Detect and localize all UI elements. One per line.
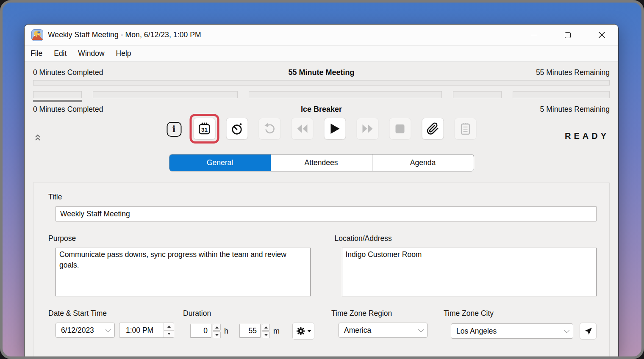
locate-timezone-button[interactable] [580, 323, 597, 340]
time-spinner[interactable]: 1:00 PM [119, 323, 174, 338]
hours-down-button[interactable] [213, 331, 221, 338]
title-input[interactable] [56, 206, 597, 221]
collapse-chevrons-icon[interactable] [35, 134, 41, 141]
minimize-button[interactable] [530, 31, 538, 39]
hours-unit-label: h [224, 327, 228, 336]
maximize-icon [565, 32, 571, 38]
down-arrow-icon [167, 333, 171, 335]
minimize-icon [531, 35, 537, 36]
reset-button[interactable] [258, 118, 280, 140]
close-button[interactable] [598, 31, 605, 39]
calendar-highlight-annotation: 31 [189, 114, 219, 144]
desktop-background: Weekly Staff Meeting - Mon, 6/12/23, 1:0… [0, 0, 644, 359]
down-arrow-icon [264, 334, 268, 336]
segment-progress-labels: 0 Minutes Completed Ice Breaker 5 Minute… [33, 105, 610, 114]
notes-button[interactable] [454, 118, 476, 140]
meeting-progress-labels: 0 Minutes Completed 55 Minute Meeting 55… [33, 68, 610, 77]
chevron-down-icon [105, 327, 111, 332]
duration-hours-input[interactable]: 0 [190, 324, 211, 338]
time-value: 1:00 PM [119, 323, 164, 337]
title-label: Title [48, 193, 597, 202]
date-start-time-label: Date & Start Time [48, 309, 174, 318]
stop-icon [396, 124, 405, 133]
stop-button[interactable] [389, 118, 411, 140]
menu-help[interactable]: Help [116, 49, 131, 58]
tab-bar: General Attendees Agenda [169, 154, 474, 171]
progress-segment [249, 91, 441, 102]
date-value: 6/12/2023 [61, 326, 106, 335]
rewind-button[interactable] [291, 118, 313, 140]
purpose-label: Purpose [48, 234, 311, 243]
stopwatch-icon [230, 122, 244, 135]
svg-text:31: 31 [201, 127, 208, 133]
menu-window[interactable]: Window [78, 49, 104, 58]
location-label: Location/Address [335, 234, 597, 243]
progress-segment [33, 91, 82, 102]
hours-up-button[interactable] [213, 324, 221, 331]
up-arrow-icon [167, 326, 171, 328]
tz-city-label: Time Zone City [444, 309, 597, 318]
progress-segment [93, 91, 238, 102]
fast-forward-button[interactable] [356, 118, 378, 140]
minutes-down-button[interactable] [262, 331, 270, 338]
duration-minutes-input[interactable]: 55 [239, 324, 261, 338]
tz-region-value: America [344, 326, 419, 335]
notes-icon [459, 122, 472, 135]
duration-settings-button[interactable] [292, 323, 314, 340]
reset-icon [263, 122, 276, 135]
status-badge: READY [565, 131, 609, 141]
tab-agenda[interactable]: Agenda [372, 155, 474, 171]
attachment-button[interactable] [422, 118, 444, 140]
toolbar: i 31 [33, 118, 610, 146]
maximize-button[interactable] [564, 31, 572, 39]
info-button[interactable]: i [167, 122, 181, 137]
play-button[interactable] [324, 118, 346, 140]
meeting-title-label: 55 Minute Meeting [203, 68, 440, 77]
navigation-arrow-icon [583, 326, 593, 336]
info-icon: i [167, 122, 181, 137]
segment-remaining-label: 5 Minutes Remaining [440, 105, 610, 114]
tab-attendees[interactable]: Attendees [271, 155, 372, 171]
chevron-down-icon [564, 328, 569, 333]
time-down-button[interactable] [164, 331, 174, 338]
minutes-unit-label: m [273, 327, 280, 336]
close-icon [598, 31, 605, 39]
tab-general[interactable]: General [169, 155, 271, 171]
up-arrow-icon [264, 326, 268, 329]
tz-region-label: Time Zone Region [331, 309, 427, 318]
down-arrow-icon [215, 334, 219, 336]
gear-icon [296, 326, 306, 336]
progress-segment [453, 91, 502, 102]
app-icon [31, 29, 43, 41]
chevron-down-icon [418, 327, 424, 332]
progress-segment [513, 91, 610, 102]
up-arrow-icon [215, 326, 219, 329]
segment-completed-label: 0 Minutes Completed [33, 105, 203, 114]
minutes-up-button[interactable] [262, 324, 270, 331]
dropdown-arrow-icon [307, 330, 311, 332]
app-window: Weekly Staff Meeting - Mon, 6/12/23, 1:0… [24, 24, 619, 356]
duration-label: Duration [183, 309, 314, 318]
general-form-panel: Title Purpose Communicate pass downs, sy… [33, 182, 610, 356]
play-icon [329, 123, 340, 135]
window-title: Weekly Staff Meeting - Mon, 6/12/23, 1:0… [48, 30, 201, 39]
menu-file[interactable]: File [31, 49, 42, 58]
tz-city-group: Time Zone City Los Angeles [443, 309, 597, 340]
time-up-button[interactable] [164, 323, 174, 331]
menu-edit[interactable]: Edit [54, 49, 67, 58]
tz-region-group: Time Zone Region America [331, 309, 427, 338]
location-textarea[interactable]: Indigo Customer Room [342, 248, 597, 296]
date-combobox[interactable]: 6/12/2023 [56, 323, 115, 338]
purpose-textarea[interactable]: Communicate pass downs, sync progress wi… [56, 248, 311, 296]
tz-city-value: Los Angeles [456, 327, 565, 336]
menu-bar: File Edit Window Help [25, 46, 618, 62]
fast-forward-icon [361, 124, 374, 134]
meeting-remaining-label: 55 Minutes Remaining [440, 68, 610, 77]
tz-region-combobox[interactable]: America [339, 323, 427, 338]
calendar-button[interactable]: 31 [193, 118, 215, 140]
tz-city-combobox[interactable]: Los Angeles [451, 323, 573, 339]
rewind-icon [296, 124, 308, 134]
meeting-completed-label: 0 Minutes Completed [33, 68, 203, 77]
stopwatch-button[interactable] [226, 118, 248, 140]
segment-title-label: Ice Breaker [203, 105, 440, 114]
